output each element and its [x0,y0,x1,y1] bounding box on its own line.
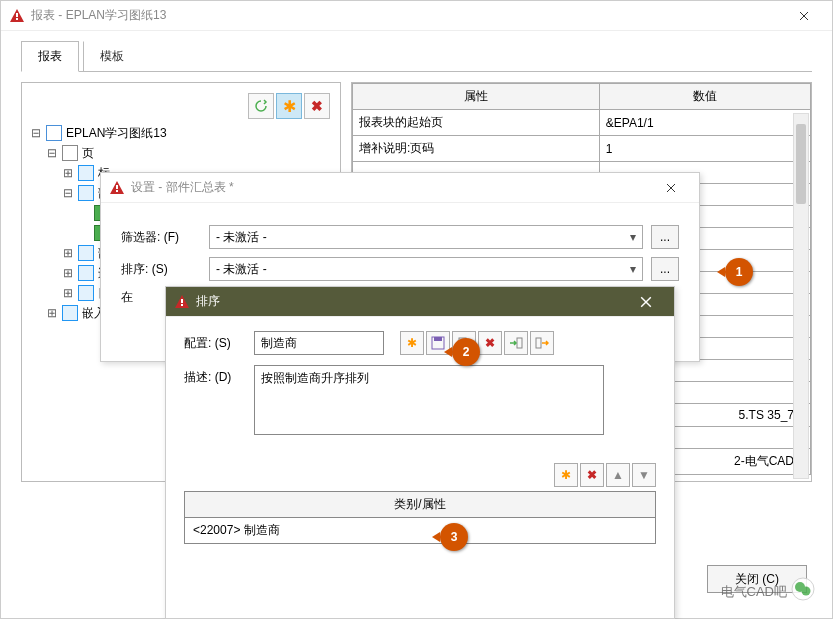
expand-icon[interactable]: ⊟ [30,123,42,143]
svg-rect-1 [16,13,18,17]
tab-bar: 报表 模板 [1,31,832,72]
expand-icon[interactable]: ⊞ [62,243,74,263]
node-icon [78,285,94,301]
col-header: 属性 [353,84,600,110]
dlg3-close-x[interactable] [626,288,666,316]
window-controls [784,2,824,30]
prop-val[interactable]: &EPA1/1 [599,110,810,136]
move-down-button[interactable]: ▼ [632,463,656,487]
annotation-marker-2: 2 [452,338,480,366]
export-config-button[interactable] [530,331,554,355]
wechat-icon [791,577,815,601]
main-titlebar: 报表 - EPLAN学习图纸13 [1,1,832,31]
expand-icon[interactable]: ⊞ [46,303,58,323]
svg-rect-8 [181,304,183,306]
dlg3-titlebar[interactable]: 排序 [166,287,674,317]
dlg3-body: 配置: (S) ✱ ✖ 描述: (D) [166,317,674,459]
sort-dialog: 排序 配置: (S) ✱ ✖ 描述: (D) ✱ ✖ ▲ ▼ 类别/属性 <22… [165,286,675,619]
scroll-thumb[interactable] [796,124,806,204]
expand-icon[interactable]: ⊟ [46,143,58,163]
node-icon [78,245,94,261]
expand-icon[interactable]: ⊟ [62,183,74,203]
page-icon [62,145,78,161]
col-header: 数值 [599,84,810,110]
expand-icon[interactable]: ⊞ [62,283,74,303]
delete-button[interactable]: ✖ [304,93,330,119]
svg-rect-5 [116,190,118,192]
config-row: 配置: (S) ✱ ✖ [184,331,656,355]
desc-row: 描述: (D) [184,365,656,435]
project-icon [46,125,62,141]
delete-config-button[interactable]: ✖ [478,331,502,355]
config-input[interactable] [254,331,384,355]
add-criterion-button[interactable]: ✱ [554,463,578,487]
app-icon [9,8,25,24]
move-up-button[interactable]: ▲ [606,463,630,487]
list-toolbar: ✱ ✖ ▲ ▼ [166,459,674,491]
dlg2-close-x[interactable] [651,174,691,202]
filter-combo[interactable]: - 未激活 -▾ [209,225,643,249]
prop-key[interactable]: 报表块的起始页 [353,110,600,136]
dlg2-title: 设置 - 部件汇总表 * [131,179,651,196]
app-icon [174,294,190,310]
tab-templates[interactable]: 模板 [83,41,141,72]
refresh-button[interactable] [248,93,274,119]
dlg2-titlebar: 设置 - 部件汇总表 * [101,173,699,203]
dlg3-title: 排序 [196,293,626,310]
svg-rect-14 [536,338,541,348]
sort-label: 排序: (S) [121,261,201,278]
remove-criterion-button[interactable]: ✖ [580,463,604,487]
new-button[interactable]: ✱ [276,93,302,119]
tab-reports[interactable]: 报表 [21,41,79,72]
annotation-marker-1: 1 [725,258,753,286]
list-header: 类别/属性 [185,492,655,518]
tree-root[interactable]: EPLAN学习图纸13 [66,123,167,143]
marker-arrow-icon [432,532,440,542]
filter-browse-button[interactable]: ... [651,225,679,249]
desc-textarea[interactable] [254,365,604,435]
svg-point-17 [802,587,811,596]
node-icon [78,265,94,281]
svg-rect-4 [116,185,118,189]
annotation-marker-3: 3 [440,523,468,551]
expand-icon[interactable]: ⊞ [62,163,74,183]
marker-arrow-icon [717,267,725,277]
main-close-x[interactable] [784,2,824,30]
sort-browse-button[interactable]: ... [651,257,679,281]
tree-page[interactable]: 页 [82,143,94,163]
expand-icon[interactable]: ⊞ [62,263,74,283]
node-icon [78,185,94,201]
app-icon [109,180,125,196]
prop-key[interactable]: 增补说明:页码 [353,136,600,162]
watermark-text: 电气CAD吧 [721,583,787,601]
sort-row: 排序: (S) - 未激活 -▾ ... [101,253,699,285]
svg-rect-10 [434,337,442,341]
sort-combo[interactable]: - 未激活 -▾ [209,257,643,281]
marker-arrow-icon [444,347,452,357]
new-config-button[interactable]: ✱ [400,331,424,355]
vertical-scrollbar[interactable] [793,113,809,479]
config-label: 配置: (S) [184,331,244,352]
svg-rect-13 [517,338,522,348]
prop-val[interactable]: 1 [599,136,810,162]
filter-label: 筛选器: (F) [121,229,201,246]
main-title: 报表 - EPLAN学习图纸13 [31,7,784,24]
list-row[interactable]: <22007> 制造商 [185,518,655,543]
chevron-down-icon: ▾ [630,262,636,276]
chevron-down-icon: ▾ [630,230,636,244]
import-config-button[interactable] [504,331,528,355]
desc-label: 描述: (D) [184,365,244,386]
criteria-table: 类别/属性 <22007> 制造商 [184,491,656,544]
tree-toolbar: ✱ ✖ [248,93,330,119]
node-icon [78,165,94,181]
node-icon [62,305,78,321]
svg-rect-2 [16,18,18,20]
filter-row: 筛选器: (F) - 未激活 -▾ ... [101,221,699,253]
svg-rect-7 [181,299,183,303]
